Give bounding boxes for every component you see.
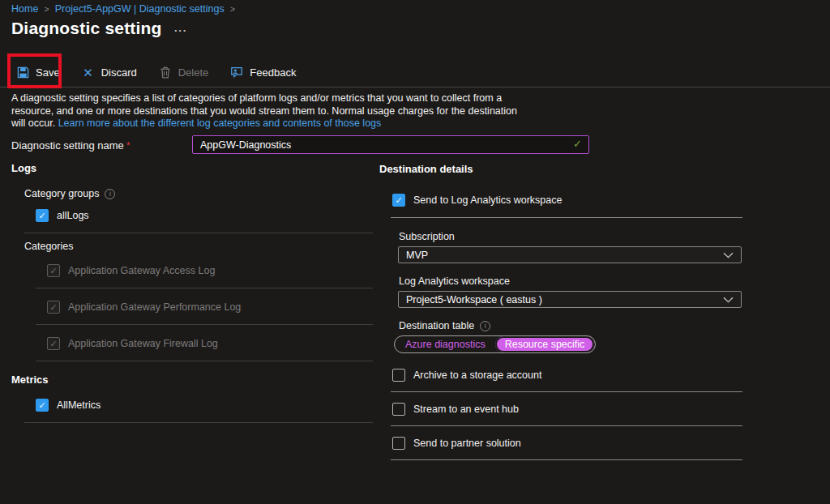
- allmetrics-label: AllMetrics: [57, 399, 101, 411]
- workspace-label: Log Analytics workspace: [399, 275, 742, 287]
- divider: [24, 233, 373, 233]
- breadcrumb-separator: >: [230, 4, 235, 14]
- event-hub-label: Stream to an event hub: [413, 404, 519, 415]
- destination-table-toggle-wrap: Azure diagnostics Resource specific: [394, 335, 742, 353]
- firewall-log-label: Application Gateway Firewall Log: [68, 338, 218, 349]
- partner-solution-checkbox[interactable]: [392, 437, 405, 450]
- chevron-down-icon: [723, 297, 734, 303]
- intro-description: A diagnostic setting specifies a list of…: [11, 92, 520, 130]
- option-resource-specific[interactable]: Resource specific: [495, 336, 595, 352]
- check-icon: ✓: [49, 302, 57, 313]
- info-icon[interactable]: i: [480, 321, 490, 331]
- performance-log-checkbox: ✓: [47, 301, 60, 314]
- option-azure-diagnostics[interactable]: Azure diagnostics: [396, 336, 495, 352]
- toolbar-divider: [0, 87, 830, 88]
- breadcrumb-resource[interactable]: Project5-AppGW | Diagnostic settings: [55, 3, 225, 15]
- breadcrumb: Home > Project5-AppGW | Diagnostic setti…: [11, 3, 235, 15]
- chevron-down-icon: [723, 252, 734, 258]
- send-to-log-analytics-label: Send to Log Analytics workspace: [413, 194, 562, 206]
- breadcrumb-home[interactable]: Home: [11, 3, 38, 15]
- allmetrics-row: ✓ AllMetrics: [36, 399, 373, 412]
- alllogs-checkbox[interactable]: ✓: [36, 209, 49, 222]
- partner-solution-label: Send to partner solution: [413, 438, 521, 449]
- save-label: Save: [36, 66, 60, 79]
- divider: [391, 459, 742, 460]
- divider: [24, 422, 373, 423]
- category-row-access-log: ✓ Application Gateway Access Log: [47, 264, 373, 277]
- event-hub-row: Stream to an event hub: [392, 403, 742, 416]
- category-groups-text: Category groups: [24, 188, 99, 199]
- info-icon[interactable]: i: [105, 189, 115, 199]
- divider: [391, 391, 742, 392]
- required-asterisk: *: [126, 139, 130, 152]
- categories-label: Categories: [24, 241, 373, 252]
- command-bar: Save ✕ Discard Delete Feedback: [16, 64, 296, 80]
- partner-solution-row: Send to partner solution: [392, 437, 742, 450]
- delete-button[interactable]: Delete: [159, 66, 209, 79]
- destination-details-heading: Destination details: [379, 163, 742, 175]
- save-button[interactable]: Save: [16, 66, 60, 79]
- allmetrics-checkbox[interactable]: ✓: [36, 399, 49, 412]
- destination-table-text: Destination table: [399, 320, 474, 331]
- diagnostic-setting-name-field: ✓: [192, 135, 589, 154]
- check-icon: ✓: [38, 400, 45, 411]
- check-icon: ✓: [38, 211, 45, 221]
- subscription-value: MVP: [406, 250, 428, 261]
- feedback-icon: [230, 66, 243, 79]
- firewall-log-checkbox: ✓: [47, 337, 60, 350]
- subscription-dropdown[interactable]: MVP: [398, 246, 742, 263]
- workspace-dropdown[interactable]: Project5-Workspace ( eastus ): [398, 291, 742, 308]
- logs-heading: Logs: [11, 162, 373, 174]
- subscription-label: Subscription: [399, 231, 742, 242]
- divider: [391, 425, 742, 426]
- category-row-firewall-log: ✓ Application Gateway Firewall Log: [47, 337, 373, 350]
- archive-storage-label: Archive to a storage account: [413, 369, 541, 381]
- check-icon: ✓: [49, 266, 57, 276]
- workspace-value: Project5-Workspace ( eastus ): [406, 294, 542, 305]
- save-icon: [16, 66, 29, 79]
- feedback-label: Feedback: [250, 66, 296, 79]
- send-to-log-analytics-checkbox[interactable]: ✓: [392, 194, 405, 207]
- alllogs-label: allLogs: [57, 210, 89, 221]
- performance-log-label: Application Gateway Performance Log: [68, 301, 241, 313]
- destination-table-toggle: Azure diagnostics Resource specific: [394, 335, 596, 353]
- delete-label: Delete: [178, 66, 209, 79]
- name-label-text: Diagnostic setting name: [11, 139, 124, 152]
- divider: [36, 324, 373, 325]
- send-to-log-analytics-row: ✓ Send to Log Analytics workspace: [392, 194, 742, 207]
- discard-label: Discard: [101, 66, 137, 79]
- learn-more-link[interactable]: Learn more about the different log categ…: [58, 117, 382, 129]
- metrics-heading: Metrics: [11, 374, 373, 386]
- divider: [36, 361, 373, 361]
- archive-storage-checkbox[interactable]: [392, 369, 405, 382]
- destination-table-label: Destination table i: [399, 320, 742, 331]
- diagnostic-setting-name-input[interactable]: [192, 135, 589, 154]
- overflow-menu-icon[interactable]: ···: [174, 24, 187, 36]
- check-icon: ✓: [395, 195, 402, 206]
- feedback-button[interactable]: Feedback: [230, 66, 296, 79]
- archive-storage-row: Archive to a storage account: [392, 369, 742, 382]
- discard-icon: ✕: [82, 66, 95, 79]
- category-groups-label: Category groups i: [24, 188, 373, 199]
- event-hub-checkbox[interactable]: [392, 403, 405, 416]
- access-log-checkbox: ✓: [47, 264, 60, 277]
- diagnostic-setting-page: Home > Project5-AppGW | Diagnostic setti…: [0, 0, 830, 504]
- discard-button[interactable]: ✕ Discard: [82, 66, 137, 79]
- delete-icon: [159, 66, 172, 79]
- divider: [391, 217, 742, 218]
- diagnostic-setting-name-label: Diagnostic setting name*: [11, 139, 130, 152]
- check-icon: ✓: [49, 339, 57, 349]
- logs-section: Logs Category groups i ✓ allLogs Categor…: [11, 162, 373, 423]
- destination-details-section: Destination details ✓ Send to Log Analyt…: [379, 163, 742, 471]
- divider: [36, 288, 373, 288]
- alllogs-row: ✓ allLogs: [36, 209, 373, 222]
- page-title: Diagnostic setting: [11, 19, 162, 38]
- category-row-performance-log: ✓ Application Gateway Performance Log: [47, 301, 373, 314]
- breadcrumb-separator: >: [44, 4, 49, 14]
- access-log-label: Application Gateway Access Log: [68, 265, 215, 276]
